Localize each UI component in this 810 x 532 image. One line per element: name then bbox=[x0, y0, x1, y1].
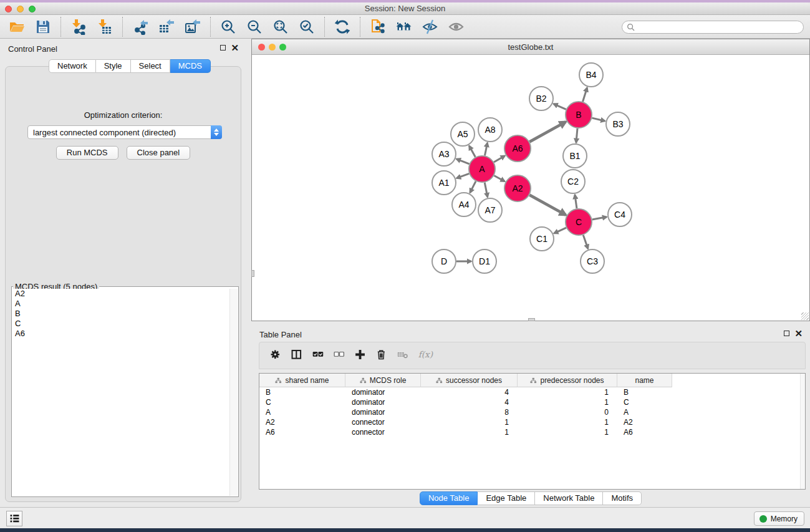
node-table[interactable]: shared nameMCDS rolesuccessor nodesprede… bbox=[259, 373, 806, 490]
node-A5[interactable]: A5 bbox=[451, 122, 475, 146]
delete-column-button[interactable] bbox=[372, 346, 393, 365]
float-table-panel-icon[interactable] bbox=[784, 331, 789, 336]
edge-C-C3[interactable] bbox=[583, 235, 588, 249]
export-table-button[interactable] bbox=[157, 17, 176, 36]
edge-B-B4[interactable] bbox=[583, 88, 587, 102]
add-column-button[interactable] bbox=[350, 346, 372, 365]
column-header-MCDS-role[interactable]: MCDS role bbox=[345, 374, 421, 387]
window-resize-nub-left[interactable] bbox=[251, 270, 254, 277]
column-visibility-button[interactable] bbox=[287, 346, 308, 365]
search-input[interactable] bbox=[637, 23, 803, 32]
window-resize-nub-bottom[interactable] bbox=[528, 318, 535, 321]
mcds-result-item[interactable]: C bbox=[12, 319, 229, 329]
node-D[interactable]: D bbox=[432, 249, 456, 273]
tab-mcds[interactable]: MCDS bbox=[170, 59, 211, 73]
copy-network-button[interactable] bbox=[369, 17, 387, 36]
edge-B-B1[interactable] bbox=[576, 128, 577, 143]
node-B[interactable]: B bbox=[566, 102, 592, 128]
edge-A-A1[interactable] bbox=[456, 173, 469, 178]
edge-C-C4[interactable] bbox=[592, 217, 607, 220]
eye-on-button[interactable] bbox=[447, 17, 466, 36]
network-window-titlebar[interactable]: testGlobe.txt bbox=[252, 39, 809, 55]
column-header-shared-name[interactable]: shared name bbox=[259, 374, 345, 387]
import-network-button[interactable] bbox=[69, 17, 88, 36]
edge-B-B3[interactable] bbox=[592, 118, 605, 121]
node-A7[interactable]: A7 bbox=[478, 198, 502, 222]
node-B3[interactable]: B3 bbox=[606, 112, 630, 136]
float-panel-icon[interactable] bbox=[220, 45, 226, 51]
column-header-name[interactable]: name bbox=[617, 374, 672, 387]
node-C1[interactable]: C1 bbox=[530, 227, 554, 251]
mcds-result-list[interactable]: A2ABCA6 bbox=[12, 289, 229, 496]
node-A8[interactable]: A8 bbox=[478, 118, 502, 142]
node-A4[interactable]: A4 bbox=[452, 193, 476, 216]
edge-A6-B[interactable] bbox=[529, 122, 566, 142]
table-row[interactable]: Cdominator41C bbox=[259, 397, 805, 407]
table-settings-button[interactable] bbox=[266, 346, 287, 365]
deselect-all-button[interactable] bbox=[329, 346, 350, 365]
node-C[interactable]: C bbox=[566, 209, 592, 235]
edge-C-C2[interactable] bbox=[575, 195, 577, 208]
edge-A-A4[interactable] bbox=[470, 181, 476, 193]
node-B2[interactable]: B2 bbox=[529, 87, 553, 110]
edge-A-A8[interactable] bbox=[485, 143, 487, 155]
table-scrollbar[interactable] bbox=[800, 374, 805, 489]
open-file-button[interactable] bbox=[7, 17, 26, 36]
run-mcds-button[interactable]: Run MCDS bbox=[56, 146, 118, 160]
edge-A-A2[interactable] bbox=[494, 176, 504, 181]
tab-node-table[interactable]: Node Table bbox=[420, 491, 478, 505]
table-row[interactable]: Adominator80A bbox=[259, 407, 805, 417]
export-image-button[interactable] bbox=[183, 17, 202, 36]
tab-edge-table[interactable]: Edge Table bbox=[478, 491, 535, 505]
tab-style[interactable]: Style bbox=[96, 59, 131, 73]
mcds-result-scrollbar[interactable] bbox=[229, 289, 238, 496]
edge-C-C1[interactable] bbox=[554, 228, 566, 233]
edge-A-A6[interactable] bbox=[494, 156, 505, 162]
tab-network[interactable]: Network bbox=[49, 59, 96, 73]
edge-A-A3[interactable] bbox=[456, 159, 470, 164]
mcds-result-item[interactable]: A bbox=[12, 299, 229, 309]
column-header-predecessor-nodes[interactable]: predecessor nodes bbox=[518, 374, 617, 387]
tab-network-table[interactable]: Network Table bbox=[535, 491, 603, 505]
zoom-selected-button[interactable] bbox=[297, 17, 316, 36]
node-C4[interactable]: C4 bbox=[608, 203, 632, 226]
zoom-out-button[interactable] bbox=[245, 17, 264, 36]
export-network-button[interactable] bbox=[131, 17, 150, 36]
edge-A2-C[interactable] bbox=[529, 195, 566, 215]
node-C2[interactable]: C2 bbox=[561, 170, 585, 193]
window-resize-grip[interactable] bbox=[801, 312, 809, 320]
edge-A-A7[interactable] bbox=[485, 183, 488, 197]
node-B4[interactable]: B4 bbox=[579, 63, 603, 87]
window-titlebar[interactable]: Session: New Session bbox=[0, 2, 810, 15]
edge-A-A5[interactable] bbox=[469, 146, 475, 157]
node-C3[interactable]: C3 bbox=[581, 249, 604, 273]
node-D1[interactable]: D1 bbox=[473, 249, 496, 273]
search-field[interactable] bbox=[622, 21, 804, 34]
mcds-result-item[interactable]: B bbox=[12, 309, 229, 319]
table-row[interactable]: Bdominator41B bbox=[259, 387, 805, 397]
node-A[interactable]: A bbox=[469, 156, 495, 182]
node-A2[interactable]: A2 bbox=[504, 175, 531, 201]
eye-off-button[interactable] bbox=[421, 17, 440, 36]
node-A1[interactable]: A1 bbox=[432, 171, 456, 195]
select-all-button[interactable] bbox=[308, 346, 329, 365]
mcds-result-item[interactable]: A2 bbox=[12, 289, 229, 299]
column-header-successor-nodes[interactable]: successor nodes bbox=[421, 374, 518, 387]
zoom-fit-button[interactable] bbox=[271, 17, 290, 36]
node-A6[interactable]: A6 bbox=[504, 135, 531, 162]
close-panel-icon[interactable]: ✕ bbox=[231, 45, 239, 51]
task-history-button[interactable] bbox=[6, 511, 22, 526]
criterion-dropdown[interactable]: largest connected component (directed) bbox=[27, 125, 222, 139]
refresh-button[interactable] bbox=[333, 17, 352, 36]
close-table-panel-icon[interactable]: ✕ bbox=[794, 331, 803, 336]
network-canvas[interactable]: AA1A2A3A4A5A6A7A8BB1B2B3B4CC1C2C3C4DD1 bbox=[252, 55, 809, 321]
table-row[interactable]: A6connector11A6 bbox=[259, 427, 805, 437]
mcds-result-item[interactable]: A6 bbox=[12, 329, 229, 339]
memory-button[interactable]: Memory bbox=[754, 511, 804, 526]
close-panel-button[interactable]: Close panel bbox=[127, 146, 191, 160]
tab-motifs[interactable]: Motifs bbox=[603, 491, 642, 505]
edge-B-B2[interactable] bbox=[554, 104, 566, 110]
zoom-in-button[interactable] bbox=[219, 17, 238, 36]
home-network-button[interactable] bbox=[395, 17, 413, 36]
node-B1[interactable]: B1 bbox=[563, 144, 587, 168]
